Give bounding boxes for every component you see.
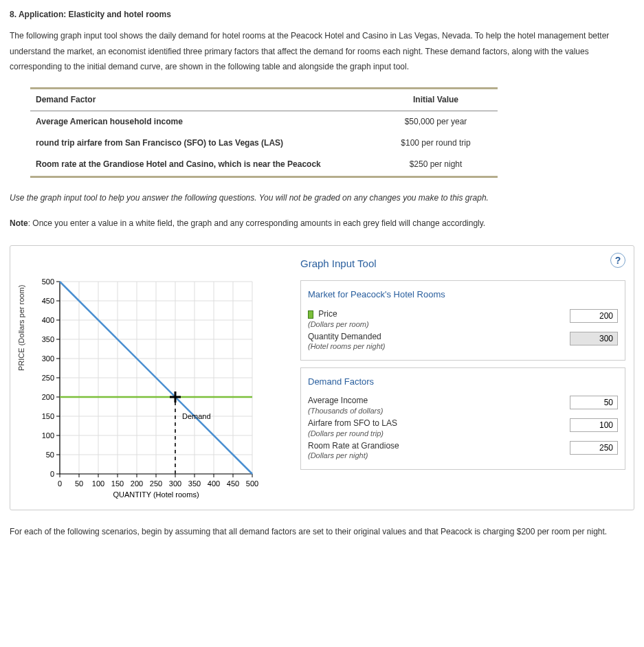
demand-factor-table: Demand Factor Initial Value Average Amer… [30, 87, 498, 178]
svg-text:300: 300 [42, 354, 54, 363]
intro-paragraph: The following graph input tool shows the… [10, 28, 634, 75]
value-cell: $250 per night [374, 154, 498, 177]
svg-text:150: 150 [111, 479, 124, 488]
svg-text:400: 400 [42, 316, 54, 324]
airfare-input[interactable] [570, 418, 618, 432]
tool-title: Graph Input Tool [300, 254, 625, 274]
factor-cell: Room rate at the Grandiose Hotel and Cas… [30, 154, 374, 177]
grandiose-sublabel: (Dollars per night) [308, 451, 368, 459]
svg-text:300: 300 [169, 479, 181, 488]
svg-text:200: 200 [42, 393, 54, 401]
page-title: 8. Application: Elasticity and hotel roo… [10, 7, 634, 23]
airfare-sublabel: (Dollars per round trip) [308, 429, 384, 438]
footer-paragraph: For each of the following scenarios, beg… [10, 524, 634, 540]
svg-text:200: 200 [131, 479, 143, 488]
svg-text:250: 250 [150, 479, 162, 488]
y-axis-label: PRICE (Dollars per room) [14, 285, 29, 371]
x-axis-label: QUANTITY (Hotel rooms) [113, 490, 199, 499]
demand-chart[interactable]: Demand 0 50 100 150 200 250 300 350 400 … [19, 275, 280, 501]
price-label: Price [318, 309, 337, 319]
qty-sublabel: (Hotel rooms per night) [308, 342, 386, 350]
table-row: Room rate at the Grandiose Hotel and Cas… [30, 154, 498, 177]
svg-text:100: 100 [92, 479, 104, 488]
qty-output [570, 332, 618, 345]
svg-text:350: 350 [188, 479, 201, 488]
income-sublabel: (Thousands of dollars) [308, 407, 383, 415]
svg-text:150: 150 [42, 412, 54, 420]
price-legend-icon [308, 310, 313, 319]
svg-text:500: 500 [246, 479, 258, 488]
market-panel-title: Market for Peacock's Hotel Rooms [308, 286, 618, 304]
svg-text:350: 350 [42, 335, 54, 343]
chart-area[interactable]: PRICE (Dollars per room) [19, 254, 280, 501]
factors-panel: Demand Factors Average Income (Thousands… [300, 367, 625, 470]
svg-text:100: 100 [42, 431, 54, 440]
qty-label: Quantity Demanded [308, 332, 381, 341]
table-header-factor: Demand Factor [30, 89, 374, 111]
svg-text:450: 450 [227, 479, 239, 488]
note-text: : Once you enter a value in a white fiel… [28, 218, 486, 228]
demand-label: Demand [182, 412, 211, 420]
factor-cell: Average American household income [30, 111, 374, 132]
svg-text:0: 0 [50, 470, 54, 478]
price-sublabel: (Dollars per room) [308, 320, 369, 328]
table-row: round trip airfare from San Francisco (S… [30, 133, 498, 154]
income-label: Average Income [308, 396, 368, 405]
svg-text:500: 500 [42, 277, 54, 286]
table-header-value: Initial Value [374, 89, 498, 111]
instruction-text: Use the graph input tool to help you ans… [10, 190, 634, 206]
table-row: Average American household income $50,00… [30, 111, 498, 132]
help-icon[interactable]: ? [610, 253, 625, 268]
airfare-label: Airfare from SFO to LAS [308, 418, 397, 428]
graph-input-tool: ? PRICE (Dollars per room) [10, 245, 634, 510]
svg-text:250: 250 [42, 374, 54, 382]
factors-panel-title: Demand Factors [308, 374, 618, 391]
svg-text:0: 0 [58, 479, 62, 488]
grandiose-label: Room Rate at Grandiose [308, 441, 399, 451]
value-cell: $50,000 per year [374, 111, 498, 132]
factor-cell: round trip airfare from San Francisco (S… [30, 133, 374, 154]
svg-text:50: 50 [75, 479, 83, 488]
svg-text:450: 450 [42, 297, 54, 305]
value-cell: $100 per round trip [374, 133, 498, 154]
svg-text:400: 400 [208, 479, 220, 488]
svg-text:50: 50 [46, 451, 54, 459]
grandiose-input[interactable] [570, 441, 618, 455]
income-input[interactable] [570, 396, 618, 409]
market-panel: Market for Peacock's Hotel Rooms Price (… [300, 280, 625, 360]
note-paragraph: Note: Once you enter a value in a white … [10, 216, 634, 231]
price-input[interactable] [570, 309, 618, 323]
note-label: Note [10, 218, 28, 228]
